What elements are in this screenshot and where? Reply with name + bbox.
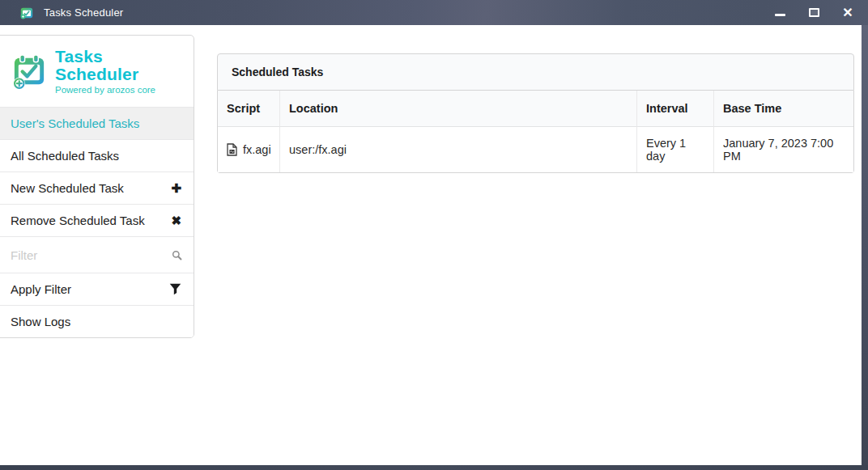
sidebar: Tasks Scheduler Powered by arozos core U… bbox=[0, 35, 194, 338]
sidebar-item-label: User's Scheduled Tasks bbox=[11, 116, 139, 130]
minimize-button[interactable] bbox=[772, 6, 787, 20]
sidebar-item-label: New Scheduled Task bbox=[11, 181, 124, 195]
column-header-base-time: Base Time bbox=[713, 91, 853, 127]
window-frame-right bbox=[862, 25, 868, 470]
sidebar-item-remove-scheduled-task[interactable]: Remove Scheduled Task ✖ bbox=[0, 204, 194, 236]
sidebar-item-label: Show Logs bbox=[11, 315, 70, 328]
sidebar-item-all-scheduled-tasks[interactable]: All Scheduled Tasks bbox=[0, 139, 194, 171]
app-logo: Tasks Scheduler Powered by arozos core bbox=[0, 36, 194, 107]
logo-calendar-icon bbox=[11, 53, 49, 91]
window-frame-bottom bbox=[0, 465, 868, 470]
column-header-interval: Interval bbox=[636, 91, 713, 127]
close-button[interactable]: ✕ bbox=[840, 6, 855, 20]
window-title: Tasks Scheduler bbox=[44, 6, 123, 19]
sidebar-item-apply-filter[interactable]: Apply Filter bbox=[0, 273, 194, 305]
filter-row bbox=[0, 236, 194, 273]
logo-subtitle: Powered by arozos core bbox=[55, 85, 187, 95]
table-row[interactable]: fx.agi user:/fx.agi Every 1 day January … bbox=[218, 127, 853, 172]
panel-title: Scheduled Tasks bbox=[217, 53, 854, 91]
script-cell: fx.agi bbox=[218, 127, 279, 172]
plus-icon: ✚ bbox=[171, 182, 181, 194]
remove-x-icon: ✖ bbox=[171, 214, 181, 227]
filter-input[interactable] bbox=[11, 248, 172, 262]
file-code-icon bbox=[227, 143, 237, 156]
sidebar-item-label: All Scheduled Tasks bbox=[11, 149, 119, 163]
maximize-button[interactable] bbox=[806, 6, 821, 20]
search-icon bbox=[172, 248, 182, 262]
table-header-row: Script Location Interval Base Time bbox=[218, 91, 853, 127]
filter-funnel-icon bbox=[169, 283, 181, 295]
app-calendar-icon bbox=[19, 6, 34, 20]
sidebar-item-show-logs[interactable]: Show Logs bbox=[0, 305, 194, 337]
close-icon: ✕ bbox=[842, 6, 853, 19]
sidebar-item-new-scheduled-task[interactable]: New Scheduled Task ✚ bbox=[0, 171, 194, 204]
logo-title: Tasks Scheduler bbox=[55, 48, 187, 83]
maximize-icon bbox=[809, 8, 819, 17]
tasks-table: Script Location Interval Base Time bbox=[217, 91, 854, 173]
sidebar-item-label: Apply Filter bbox=[11, 282, 71, 296]
minimize-icon bbox=[775, 14, 785, 16]
location-cell: user:/fx.agi bbox=[279, 127, 636, 172]
content-area: Tasks Scheduler Powered by arozos core U… bbox=[0, 25, 862, 465]
sidebar-menu: User's Scheduled Tasks All Scheduled Tas… bbox=[0, 107, 194, 337]
column-header-location: Location bbox=[279, 91, 636, 127]
app-window: Tasks Scheduler ✕ bbox=[0, 0, 868, 470]
interval-cell: Every 1 day bbox=[636, 127, 713, 172]
sidebar-item-users-scheduled-tasks[interactable]: User's Scheduled Tasks bbox=[0, 107, 194, 139]
base-time-cell: January 7, 2023 7:00 PM bbox=[713, 127, 853, 172]
titlebar[interactable]: Tasks Scheduler ✕ bbox=[0, 0, 868, 25]
sidebar-item-label: Remove Scheduled Task bbox=[11, 214, 145, 227]
script-name: fx.agi bbox=[243, 143, 271, 156]
column-header-script: Script bbox=[218, 91, 279, 127]
scheduled-tasks-panel: Scheduled Tasks Script Location Interval… bbox=[217, 53, 854, 173]
